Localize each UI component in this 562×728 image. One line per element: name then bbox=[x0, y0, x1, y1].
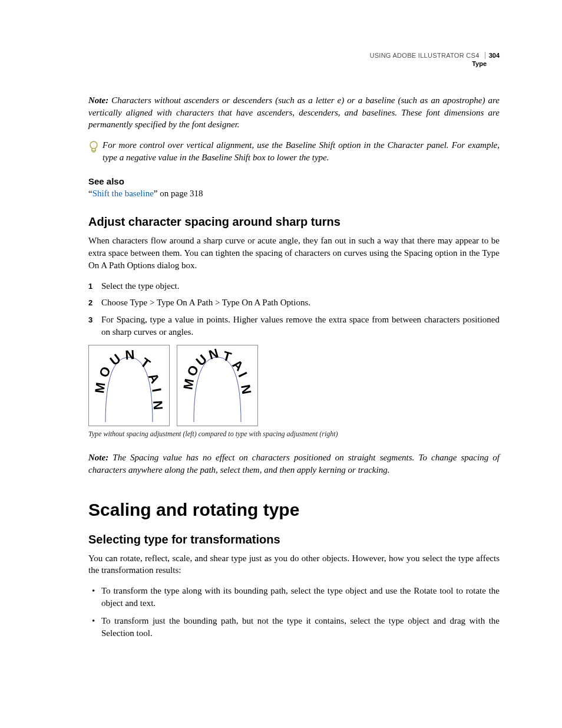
see-also-link[interactable]: Shift the baseline bbox=[92, 189, 154, 198]
step-item: Choose Type > Type On A Path > Type On A… bbox=[88, 297, 500, 309]
figure-right: M O U N T A I N bbox=[177, 345, 258, 426]
quote-close: ” on page 318 bbox=[154, 189, 203, 198]
section-heading-spacing: Adjust character spacing around sharp tu… bbox=[88, 215, 500, 229]
svg-point-0 bbox=[90, 141, 97, 149]
fig-letter: A bbox=[230, 357, 247, 374]
running-header: USING ADOBE ILLUSTRATOR CS4 304 Type bbox=[88, 52, 500, 67]
lightbulb-icon bbox=[88, 140, 99, 157]
fig-letter: U bbox=[193, 352, 210, 369]
section-intro: You can rotate, reflect, scale, and shea… bbox=[88, 552, 500, 577]
bullet-item: To transform the type along with its bou… bbox=[88, 585, 500, 609]
fig-letter: I bbox=[149, 387, 164, 393]
step-item: Select the type object. bbox=[88, 280, 500, 292]
major-heading: Scaling and rotating type bbox=[88, 500, 500, 520]
bullet-item: To transform just the bounding path, but… bbox=[88, 615, 500, 639]
fig-letter: N bbox=[125, 347, 135, 363]
note-paragraph: Note: The Spacing value has no effect on… bbox=[88, 452, 500, 476]
step-item: For Spacing, type a value in points. Hig… bbox=[88, 314, 500, 338]
tip-block: For more control over vertical alignment… bbox=[88, 139, 500, 163]
fig-letter: N bbox=[150, 400, 166, 411]
fig-letter: A bbox=[146, 371, 163, 386]
fig-letter: N bbox=[238, 384, 254, 396]
page-content: USING ADOBE ILLUSTRATOR CS4 304 Type Not… bbox=[0, 0, 562, 681]
section-heading-transform: Selecting type for transformations bbox=[88, 533, 500, 546]
fig-letter: M bbox=[180, 378, 197, 391]
steps-list: Select the type object. Choose Type > Ty… bbox=[88, 280, 500, 338]
bullet-list: To transform the type along with its bou… bbox=[88, 585, 500, 640]
note-text: The Spacing value has no effect on chara… bbox=[88, 453, 500, 475]
header-section: Type bbox=[88, 60, 500, 67]
figure-left: M O U N T A I N bbox=[88, 345, 170, 426]
header-pagenum: 304 bbox=[485, 52, 500, 59]
fig-letter: O bbox=[96, 364, 114, 380]
fig-letter: U bbox=[107, 351, 124, 368]
note-paragraph: Note: Characters without ascenders or de… bbox=[88, 94, 500, 131]
see-also-heading: See also bbox=[88, 176, 500, 186]
figure-caption: Type without spacing adjustment (left) c… bbox=[88, 430, 500, 439]
note-label: Note: bbox=[88, 95, 108, 105]
section-intro: When characters flow around a sharp curv… bbox=[88, 235, 500, 271]
see-also-entry: “Shift the baseline” on page 318 bbox=[88, 189, 500, 199]
note-label: Note: bbox=[88, 453, 108, 462]
quote-open: “ bbox=[88, 189, 92, 198]
fig-letter: M bbox=[92, 381, 108, 394]
fig-letter: T bbox=[138, 355, 153, 371]
header-book: USING ADOBE ILLUSTRATOR CS4 bbox=[369, 52, 479, 59]
note-text: Characters without ascenders or descende… bbox=[88, 95, 500, 129]
fig-letter: T bbox=[222, 348, 233, 365]
figure-row: M O U N T A I N M O U N T A I N bbox=[88, 345, 500, 426]
tip-text: For more control over vertical alignment… bbox=[103, 139, 500, 163]
